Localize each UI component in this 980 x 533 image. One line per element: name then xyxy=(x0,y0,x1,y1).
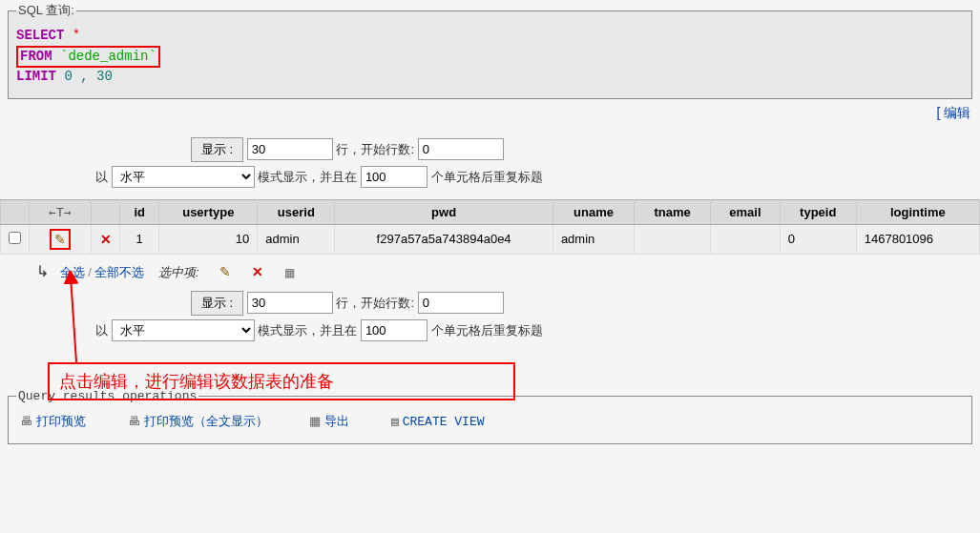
mode-label-bottom: 模式显示，并且在 xyxy=(258,323,357,338)
export-icon: ▦ xyxy=(309,414,321,428)
print-preview-link[interactable]: 🖶打印预览 xyxy=(20,413,86,430)
rows-input-top[interactable] xyxy=(247,138,333,160)
export-link[interactable]: ▦导出 xyxy=(309,413,349,430)
print-icon: 🖶 xyxy=(128,414,140,428)
col-typeid[interactable]: typeid xyxy=(780,199,856,224)
header-row: ←T→ id usertype userid pwd uname tname e… xyxy=(1,199,980,224)
cell-email xyxy=(711,224,781,254)
rows-input-bottom[interactable] xyxy=(247,292,333,314)
cell-usertype: 10 xyxy=(159,224,258,254)
rows-label-top: 行，开始行数: xyxy=(336,142,414,156)
create-view-link[interactable]: ▤CREATE VIEW xyxy=(391,414,485,429)
col-usertype[interactable]: usertype xyxy=(159,199,258,224)
row-checkbox[interactable] xyxy=(9,232,21,244)
repeat-input-bottom[interactable] xyxy=(361,319,427,341)
arrow-up-icon: ↳ xyxy=(36,263,49,279)
mode-select-top[interactable]: 水平 xyxy=(112,166,255,188)
print-preview-full-link[interactable]: 🖶打印预览（全文显示） xyxy=(128,413,268,430)
table-row: ✎ ✕ 1 10 admin f297a57a5a743894a0e4 admi… xyxy=(1,224,980,254)
sql-query-box: SQL 查询: SELECT * FROM `dede_admin` LIMIT… xyxy=(8,2,972,99)
selected-label: 选中项: xyxy=(158,265,199,279)
col-email[interactable]: email xyxy=(711,199,781,224)
show-button-bottom[interactable]: 显示 : xyxy=(191,291,243,316)
sql-keyword-select: SELECT xyxy=(16,28,64,43)
mode-label-top: 模式显示，并且在 xyxy=(258,170,357,184)
cell-id: 1 xyxy=(120,224,159,254)
rows-label-bottom: 行，开始行数: xyxy=(336,296,414,310)
sql-keyword-from: FROM xyxy=(20,49,52,64)
edit-row-highlight: ✎ xyxy=(50,229,71,250)
edit-sql-link[interactable]: 编辑 xyxy=(944,105,970,120)
col-userid[interactable]: userid xyxy=(258,199,335,224)
by-label-top: 以 xyxy=(95,170,108,184)
bulk-export-icon[interactable]: ▦ xyxy=(284,266,295,279)
col-tname[interactable]: tname xyxy=(635,199,711,224)
annotation-callout: 点击编辑，进行编辑该数据表的准备 xyxy=(48,362,515,400)
sql-limit-values: 0 , 30 xyxy=(64,69,112,84)
view-icon: ▤ xyxy=(391,415,399,429)
cell-logintime: 1467801096 xyxy=(856,224,979,254)
delete-icon[interactable]: ✕ xyxy=(100,232,112,247)
repeat-label-bottom: 个单元格后重复标题 xyxy=(431,323,543,338)
results-table: ←T→ id usertype userid pwd uname tname e… xyxy=(0,199,980,255)
sort-handle[interactable]: ←T→ xyxy=(49,205,71,219)
bulk-actions-row: ↳ 全选 / 全部不选 选中项: ✎ ✕ ▦ xyxy=(0,258,980,285)
cell-userid: admin xyxy=(258,224,335,254)
print-icon: 🖶 xyxy=(20,414,32,428)
sql-content: SELECT * FROM `dede_admin` LIMIT 0 , 30 xyxy=(16,23,964,91)
by-label-bottom: 以 xyxy=(95,323,108,338)
pencil-icon[interactable]: ✎ xyxy=(54,232,66,247)
sql-table-name: `dede_admin` xyxy=(60,49,156,64)
sql-keyword-limit: LIMIT xyxy=(16,69,56,84)
col-id[interactable]: id xyxy=(120,199,159,224)
repeat-label-top: 个单元格后重复标题 xyxy=(431,170,543,184)
start-input-top[interactable] xyxy=(418,138,504,160)
controls-bottom: 显示 : 行，开始行数: 以 水平 模式显示，并且在 个单元格后重复标题 xyxy=(0,285,980,349)
sql-query-legend: SQL 查询: xyxy=(16,2,76,19)
bulk-edit-icon[interactable]: ✎ xyxy=(219,264,231,279)
select-all-link[interactable]: 全选 xyxy=(60,265,85,279)
col-pwd[interactable]: pwd xyxy=(335,199,553,224)
cell-tname xyxy=(635,224,711,254)
cell-uname: admin xyxy=(553,224,634,254)
repeat-input-top[interactable] xyxy=(361,166,427,188)
bulk-delete-icon[interactable]: ✕ xyxy=(252,264,263,279)
sql-star: * xyxy=(73,28,80,43)
cell-pwd: f297a57a5a743894a0e4 xyxy=(335,224,553,254)
edit-link-row: [ 编辑 xyxy=(0,101,980,126)
col-logintime[interactable]: logintime xyxy=(856,199,979,224)
deselect-all-link[interactable]: 全部不选 xyxy=(94,265,144,279)
sql-from-highlight-box: FROM `dede_admin` xyxy=(16,46,160,69)
cell-typeid: 0 xyxy=(780,224,856,254)
controls-top: 显示 : 行，开始行数: 以 水平 模式显示，并且在 个单元格后重复标题 xyxy=(0,126,980,195)
show-button-top[interactable]: 显示 : xyxy=(191,137,243,162)
start-input-bottom[interactable] xyxy=(418,292,504,314)
col-uname[interactable]: uname xyxy=(553,199,634,224)
mode-select-bottom[interactable]: 水平 xyxy=(112,319,255,341)
edit-bracket: [ xyxy=(936,105,940,120)
